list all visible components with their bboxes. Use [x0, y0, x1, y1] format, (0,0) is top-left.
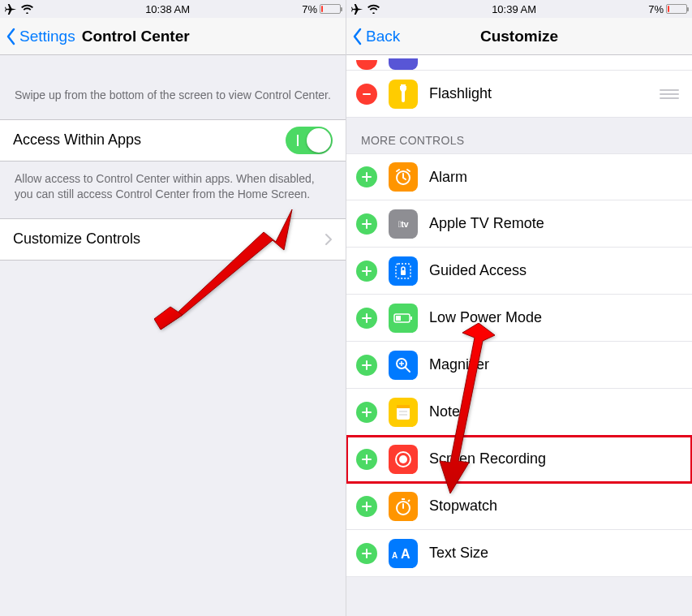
status-time: 10:38 AM: [145, 3, 190, 15]
svg-rect-12: [397, 405, 410, 408]
more-item-low-power-mode[interactable]: Low Power Mode: [346, 295, 692, 342]
svg-text:A: A: [401, 547, 410, 561]
more-item-alarm[interactable]: Alarm: [346, 153, 692, 200]
battery-icon: [389, 304, 418, 333]
svg-point-16: [399, 455, 407, 463]
add-button[interactable]: [356, 166, 377, 187]
svg-rect-6: [401, 270, 406, 275]
customize-pane: 10:39 AM 7% Back Customize: [346, 0, 692, 616]
item-label: Notes: [429, 403, 467, 420]
wifi-icon: [367, 4, 380, 14]
item-label: Guided Access: [429, 262, 527, 279]
add-button[interactable]: [356, 543, 377, 564]
item-label: Apple TV Remote: [429, 215, 544, 232]
intro-text: Swipe up from the bottom of the screen t…: [0, 55, 346, 119]
item-label: Alarm: [429, 169, 467, 186]
item-label: Low Power Mode: [429, 309, 542, 326]
page-title: Customize: [480, 28, 558, 45]
battery-icon: [666, 4, 687, 14]
back-label: Settings: [19, 28, 75, 45]
status-bar: 10:39 AM 7%: [346, 0, 692, 18]
lock-icon: [389, 256, 418, 286]
battery-icon: [320, 4, 341, 14]
access-switch[interactable]: [286, 127, 333, 154]
more-item-notes[interactable]: Notes: [346, 389, 692, 436]
settings-pane: 10:38 AM 7% Settings Control Center Swip…: [0, 0, 346, 616]
nav-bar: Back Customize: [346, 18, 692, 55]
customize-controls-row[interactable]: Customize Controls: [0, 218, 346, 261]
included-item-flashlight[interactable]: Flashlight: [346, 71, 692, 118]
access-help-text: Allow access to Control Center within ap…: [0, 162, 346, 218]
add-button[interactable]: [356, 402, 377, 423]
add-button[interactable]: [356, 449, 377, 470]
tv-icon: tv: [389, 209, 418, 239]
page-title: Control Center: [82, 28, 190, 45]
remove-icon: [356, 60, 377, 70]
back-label: Back: [366, 28, 400, 45]
reorder-handle[interactable]: [660, 89, 679, 99]
more-item-stopwatch[interactable]: Stopwatch: [346, 483, 692, 530]
item-label: Flashlight: [429, 85, 492, 102]
more-item-apple-tv-remote[interactable]: tvApple TV Remote: [346, 200, 692, 248]
more-item-screen-recording[interactable]: Screen Recording: [346, 436, 692, 483]
svg-marker-1: [154, 307, 183, 330]
svg-rect-9: [396, 316, 401, 321]
flashlight-icon: [389, 80, 418, 109]
chevron-right-icon: [325, 233, 333, 246]
add-button[interactable]: [356, 496, 377, 517]
item-label: Text Size: [429, 545, 488, 562]
airplane-mode-icon: [5, 3, 17, 15]
add-button[interactable]: [356, 261, 377, 282]
more-item-text-size[interactable]: AAText Size: [346, 530, 692, 577]
more-item-guided-access[interactable]: Guided Access: [346, 248, 692, 295]
item-label: Magnifier: [429, 356, 489, 373]
partial-row: [346, 55, 692, 71]
svg-rect-3: [401, 84, 406, 86]
record-icon: [389, 445, 418, 474]
access-within-apps-row[interactable]: Access Within Apps: [0, 119, 346, 162]
item-label: Screen Recording: [429, 450, 546, 467]
svg-rect-8: [410, 317, 412, 320]
access-label: Access Within Apps: [13, 131, 141, 149]
add-button[interactable]: [356, 213, 377, 235]
item-label: Stopwatch: [429, 498, 497, 515]
nav-bar: Settings Control Center: [0, 18, 346, 55]
wifi-icon: [21, 4, 33, 14]
more-item-magnifier[interactable]: Magnifier: [346, 342, 692, 389]
more-controls-list: AlarmtvApple TV RemoteGuided AccessLow …: [346, 153, 692, 577]
add-button[interactable]: [356, 355, 377, 376]
magnifier-icon: [389, 351, 418, 380]
status-time: 10:39 AM: [492, 3, 536, 15]
back-button[interactable]: Settings: [0, 28, 75, 45]
add-button[interactable]: [356, 308, 377, 329]
svg-rect-2: [363, 93, 371, 95]
customize-label: Customize Controls: [13, 230, 140, 248]
battery-percentage: 7%: [302, 3, 317, 15]
svg-text:A: A: [392, 551, 398, 560]
airplane-mode-icon: [351, 3, 363, 15]
app-icon: [389, 58, 418, 70]
notes-icon: [389, 398, 418, 427]
svg-rect-18: [402, 498, 405, 500]
textsize-icon: AA: [389, 539, 418, 568]
status-bar: 10:38 AM 7%: [0, 0, 346, 18]
alarm-icon: [389, 162, 418, 192]
remove-button[interactable]: [356, 84, 377, 105]
battery-percentage: 7%: [648, 3, 664, 15]
more-controls-header: MORE CONTROLS: [346, 118, 692, 153]
back-button[interactable]: Back: [346, 28, 400, 45]
stopwatch-icon: [389, 492, 418, 521]
